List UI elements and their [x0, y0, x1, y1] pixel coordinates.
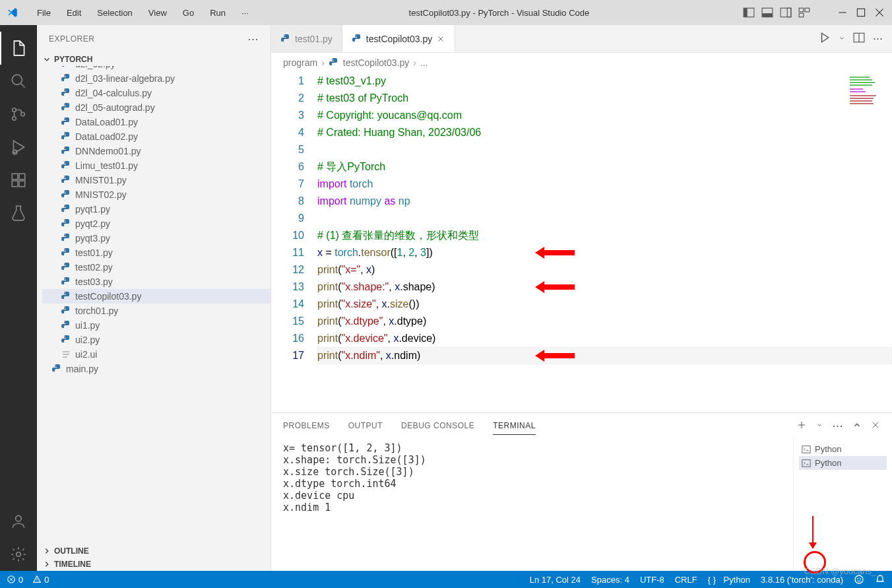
- panel-tab-problems[interactable]: PROBLEMS: [283, 417, 330, 434]
- terminal-dropdown-icon[interactable]: [816, 421, 823, 430]
- editor-tab[interactable]: test01.py: [271, 25, 342, 52]
- search-activity-icon[interactable]: [0, 65, 37, 98]
- status-language[interactable]: { } Python: [708, 575, 750, 585]
- file-item[interactable]: ui1.py: [42, 318, 271, 333]
- source-control-activity-icon[interactable]: [0, 98, 37, 131]
- file-item[interactable]: DataLoad02.py: [42, 129, 271, 144]
- panel-tab-terminal[interactable]: TERMINAL: [493, 417, 536, 435]
- code-line[interactable]: # test03_v1.py: [317, 73, 892, 90]
- file-item[interactable]: test03.py: [42, 275, 271, 289]
- menu-···[interactable]: ···: [235, 5, 255, 20]
- minimap[interactable]: [848, 75, 881, 115]
- code-content[interactable]: # test03_v1.py# test03 of PyTroch# Copyr…: [317, 73, 892, 412]
- breadcrumb-root[interactable]: program: [283, 57, 317, 68]
- file-item[interactable]: testCopilot03.py: [42, 289, 271, 304]
- panel-maximize-icon[interactable]: [852, 420, 862, 432]
- code-line[interactable]: x = torch.tensor([1, 2, 3]): [317, 244, 892, 261]
- file-tree[interactable]: d2l_02.pyd2l_03-linear-algebra.pyd2l_04-…: [37, 66, 271, 544]
- terminal-instance[interactable]: Python: [799, 442, 887, 456]
- code-line[interactable]: import numpy as np: [317, 193, 892, 210]
- status-spaces[interactable]: Spaces: 4: [591, 575, 629, 585]
- code-line[interactable]: # (1) 查看张量的维数，形状和类型: [317, 227, 892, 244]
- layout-sidebar-right-icon[interactable]: [780, 7, 792, 18]
- code-line[interactable]: # Crated: Huang Shan, 2023/03/06: [317, 124, 892, 141]
- menu-go[interactable]: Go: [176, 5, 201, 20]
- panel-tab-output[interactable]: OUTPUT: [348, 417, 383, 434]
- breadcrumb-more[interactable]: ...: [420, 57, 428, 68]
- layout-customize-icon[interactable]: [798, 7, 810, 18]
- file-item[interactable]: main.py: [42, 362, 271, 376]
- file-item[interactable]: d2l_02.py: [42, 66, 271, 71]
- terminal-instance[interactable]: Python: [799, 456, 887, 470]
- code-line[interactable]: import torch: [317, 176, 892, 193]
- file-item[interactable]: d2l_04-calculus.py: [42, 86, 271, 100]
- code-line[interactable]: print("x.ndim", x.ndim): [317, 347, 892, 364]
- file-item[interactable]: DNNdemo01.py: [42, 144, 271, 158]
- file-item[interactable]: test01.py: [42, 245, 271, 260]
- editor-tab[interactable]: testCopilot03.py: [342, 25, 455, 52]
- code-line[interactable]: print("x.dtype", x.dtype): [317, 313, 892, 330]
- code-editor[interactable]: 1234567891011121314151617 # test03_v1.py…: [271, 73, 892, 412]
- breadcrumb-file[interactable]: testCopilot03.py: [343, 57, 409, 68]
- testing-activity-icon[interactable]: [0, 197, 37, 230]
- settings-activity-icon[interactable]: [0, 538, 37, 571]
- accounts-activity-icon[interactable]: [0, 505, 37, 538]
- menu-file[interactable]: File: [30, 5, 57, 20]
- file-item[interactable]: pyqt3.py: [42, 231, 271, 245]
- close-button[interactable]: [874, 7, 885, 18]
- code-line[interactable]: # test03 of PyTroch: [317, 90, 892, 107]
- editor-more-icon[interactable]: ···: [873, 32, 883, 46]
- extensions-activity-icon[interactable]: [0, 164, 37, 197]
- run-dropdown-icon[interactable]: [839, 34, 845, 44]
- menu-view[interactable]: View: [142, 5, 174, 20]
- code-line[interactable]: [317, 141, 892, 158]
- file-item[interactable]: MNIST02.py: [42, 187, 271, 202]
- run-button-icon[interactable]: [819, 32, 831, 46]
- layout-panel-icon[interactable]: [761, 7, 773, 18]
- breadcrumbs[interactable]: program › testCopilot03.py › ...: [271, 53, 892, 73]
- code-line[interactable]: print("x=", x): [317, 261, 892, 278]
- file-item[interactable]: MNIST01.py: [42, 173, 271, 187]
- file-item[interactable]: d2l_05-autograd.py: [42, 100, 271, 115]
- menu-selection[interactable]: Selection: [90, 5, 139, 20]
- panel-more-icon[interactable]: ···: [832, 419, 843, 433]
- code-line[interactable]: [317, 210, 892, 227]
- status-errors[interactable]: 0: [7, 575, 23, 585]
- status-encoding[interactable]: UTF-8: [640, 575, 664, 585]
- panel-tab-debug-console[interactable]: DEBUG CONSOLE: [401, 417, 474, 434]
- file-item[interactable]: torch01.py: [42, 304, 271, 318]
- file-item[interactable]: ui2.ui: [42, 347, 271, 362]
- code-line[interactable]: print("x.device", x.device): [317, 330, 892, 347]
- project-section-header[interactable]: PYTORCH: [37, 53, 271, 66]
- code-line[interactable]: print("x.shape:", x.shape): [317, 278, 892, 296]
- new-terminal-icon[interactable]: [796, 420, 807, 432]
- menu-run[interactable]: Run: [203, 5, 232, 20]
- file-item[interactable]: test02.py: [42, 260, 271, 275]
- split-editor-icon[interactable]: [853, 32, 865, 46]
- code-line[interactable]: # 导入PyTorch: [317, 158, 892, 176]
- maximize-button[interactable]: [855, 7, 867, 18]
- minimize-button[interactable]: [837, 7, 848, 18]
- timeline-section-header[interactable]: TIMELINE: [37, 558, 271, 571]
- file-item[interactable]: d2l_03-linear-algebra.py: [42, 71, 271, 86]
- explorer-more-icon[interactable]: ···: [247, 32, 259, 46]
- run-debug-activity-icon[interactable]: [0, 131, 37, 164]
- status-cursor[interactable]: Ln 17, Col 24: [530, 575, 581, 585]
- code-line[interactable]: print("x.size", x.size()): [317, 296, 892, 313]
- status-eol[interactable]: CRLF: [675, 575, 697, 585]
- layout-sidebar-left-icon[interactable]: [743, 7, 755, 18]
- code-line[interactable]: # Copyright: youcans@qq.com: [317, 107, 892, 124]
- file-item[interactable]: Limu_test01.py: [42, 158, 271, 173]
- file-item[interactable]: pyqt1.py: [42, 202, 271, 216]
- explorer-activity-icon[interactable]: [0, 32, 37, 65]
- file-item[interactable]: pyqt2.py: [42, 216, 271, 231]
- file-item[interactable]: DataLoad01.py: [42, 115, 271, 129]
- terminal-output[interactable]: x= tensor([1, 2, 3]) x.shape: torch.Size…: [271, 438, 793, 571]
- outline-section-header[interactable]: OUTLINE: [37, 544, 271, 558]
- file-item[interactable]: ui2.py: [42, 333, 271, 347]
- status-warnings[interactable]: 0: [32, 575, 49, 585]
- panel-close-icon[interactable]: [871, 420, 880, 432]
- status-notifications-icon[interactable]: [875, 574, 885, 585]
- close-icon[interactable]: [436, 34, 445, 44]
- menu-edit[interactable]: Edit: [60, 5, 88, 20]
